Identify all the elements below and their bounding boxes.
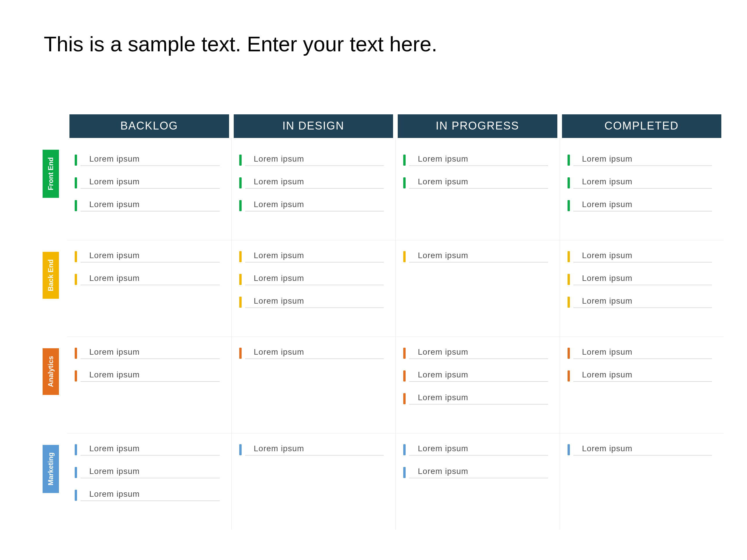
task-card[interactable]: Lorem ipsum [75, 273, 220, 285]
task-card[interactable]: Lorem ipsum [568, 251, 712, 263]
task-card[interactable]: Lorem ipsum [568, 200, 712, 211]
card-color-tick [568, 444, 570, 455]
card-text: Lorem ipsum [245, 154, 384, 166]
board-cell: Lorem ipsumLorem ipsum [67, 337, 231, 433]
board-cell: Lorem ipsumLorem ipsum [560, 337, 724, 433]
card-color-tick [75, 200, 77, 211]
card-color-tick [568, 177, 570, 188]
task-card[interactable]: Lorem ipsum [403, 444, 548, 456]
board-cell: Lorem ipsumLorem ipsum [395, 433, 560, 530]
card-color-tick [239, 177, 241, 188]
task-card[interactable]: Lorem ipsum [75, 251, 220, 263]
card-text: Lorem ipsum [573, 154, 712, 166]
task-card[interactable]: Lorem ipsum [239, 273, 384, 285]
card-color-tick [403, 348, 406, 359]
board-cell: Lorem ipsumLorem ipsum [395, 138, 560, 240]
task-card[interactable]: Lorem ipsum [568, 273, 712, 285]
task-card[interactable]: Lorem ipsum [75, 347, 220, 359]
card-color-tick [403, 155, 406, 166]
task-card[interactable]: Lorem ipsum [75, 370, 220, 382]
card-text: Lorem ipsum [409, 393, 548, 404]
board-cell: Lorem ipsum [231, 433, 396, 530]
card-text: Lorem ipsum [409, 347, 548, 359]
card-color-tick [403, 393, 406, 404]
card-text: Lorem ipsum [80, 466, 220, 478]
card-color-tick [75, 444, 77, 455]
task-card[interactable]: Lorem ipsum [239, 200, 384, 211]
card-color-tick [239, 348, 241, 359]
card-color-tick [239, 155, 241, 166]
task-card[interactable]: Lorem ipsum [568, 444, 712, 456]
lane-label-back-end: Back End [43, 252, 59, 299]
task-card[interactable]: Lorem ipsum [568, 296, 712, 308]
task-card[interactable]: Lorem ipsum [75, 444, 220, 456]
lane-label-cell: Marketing [18, 433, 67, 530]
task-card[interactable]: Lorem ipsum [568, 154, 712, 166]
task-card[interactable]: Lorem ipsum [403, 251, 548, 263]
task-card[interactable]: Lorem ipsum [568, 347, 712, 359]
card-text: Lorem ipsum [409, 466, 548, 478]
card-text: Lorem ipsum [409, 251, 548, 263]
header-spacer [18, 114, 67, 138]
card-text: Lorem ipsum [409, 154, 548, 166]
lane-label-cell: Back End [18, 240, 67, 337]
card-color-tick [75, 177, 77, 188]
task-card[interactable]: Lorem ipsum [239, 251, 384, 263]
card-text: Lorem ipsum [80, 154, 220, 166]
card-color-tick [75, 274, 77, 285]
card-text: Lorem ipsum [573, 200, 712, 211]
task-card[interactable]: Lorem ipsum [403, 466, 548, 478]
card-color-tick [568, 251, 570, 262]
board-cell: Lorem ipsumLorem ipsumLorem ipsum [67, 433, 231, 530]
task-card[interactable]: Lorem ipsum [239, 444, 384, 456]
card-text: Lorem ipsum [409, 444, 548, 456]
card-text: Lorem ipsum [245, 347, 384, 359]
card-color-tick [239, 297, 241, 308]
card-color-tick [75, 348, 77, 359]
card-color-tick [75, 370, 77, 381]
card-color-tick [568, 297, 570, 308]
kanban-board: BACKLOGIN DESIGNIN PROGRESSCOMPLETEDFron… [18, 114, 724, 530]
task-card[interactable]: Lorem ipsum [75, 489, 220, 501]
lane-label-front-end: Front End [43, 150, 59, 198]
task-card[interactable]: Lorem ipsum [403, 393, 548, 404]
board-cell: Lorem ipsum [560, 433, 724, 530]
lane-label-cell: Analytics [18, 337, 67, 433]
column-header-completed: COMPLETED [562, 114, 722, 138]
task-card[interactable]: Lorem ipsum [239, 154, 384, 166]
column-header-in-progress: IN PROGRESS [398, 114, 557, 138]
card-text: Lorem ipsum [80, 489, 220, 501]
column-header-in-design: IN DESIGN [234, 114, 393, 138]
board-cell: Lorem ipsumLorem ipsum [67, 240, 231, 337]
task-card[interactable]: Lorem ipsum [239, 177, 384, 189]
card-text: Lorem ipsum [80, 200, 220, 211]
task-card[interactable]: Lorem ipsum [75, 466, 220, 478]
board-cell: Lorem ipsumLorem ipsumLorem ipsum [67, 138, 231, 240]
card-text: Lorem ipsum [80, 370, 220, 382]
lane-label-analytics: Analytics [43, 348, 59, 395]
task-card[interactable]: Lorem ipsum [75, 154, 220, 166]
card-color-tick [75, 155, 77, 166]
card-text: Lorem ipsum [80, 347, 220, 359]
card-text: Lorem ipsum [245, 296, 384, 308]
card-text: Lorem ipsum [573, 251, 712, 263]
task-card[interactable]: Lorem ipsum [568, 177, 712, 189]
task-card[interactable]: Lorem ipsum [568, 370, 712, 382]
card-color-tick [75, 251, 77, 262]
task-card[interactable]: Lorem ipsum [75, 177, 220, 189]
task-card[interactable]: Lorem ipsum [403, 347, 548, 359]
card-color-tick [75, 490, 77, 501]
card-text: Lorem ipsum [409, 177, 548, 189]
task-card[interactable]: Lorem ipsum [239, 296, 384, 308]
card-text: Lorem ipsum [245, 177, 384, 189]
task-card[interactable]: Lorem ipsum [403, 177, 548, 189]
task-card[interactable]: Lorem ipsum [239, 347, 384, 359]
task-card[interactable]: Lorem ipsum [403, 370, 548, 382]
task-card[interactable]: Lorem ipsum [403, 154, 548, 166]
task-card[interactable]: Lorem ipsum [75, 200, 220, 211]
card-text: Lorem ipsum [573, 444, 712, 456]
card-text: Lorem ipsum [573, 370, 712, 382]
card-text: Lorem ipsum [573, 347, 712, 359]
card-color-tick [239, 274, 241, 285]
card-color-tick [403, 467, 406, 478]
